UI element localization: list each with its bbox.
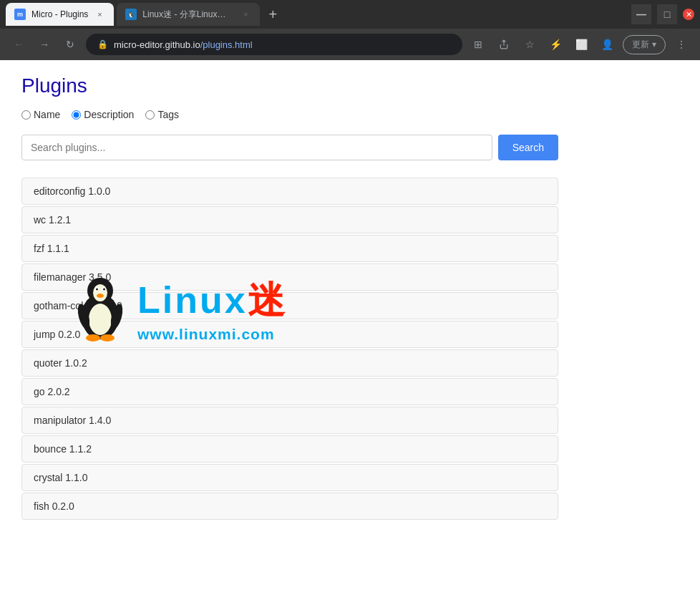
filter-description[interactable]: Description: [72, 109, 134, 120]
plugin-item[interactable]: bounce 1.1.2: [21, 435, 558, 463]
update-button[interactable]: 更新 ▾: [623, 35, 666, 54]
browser-chrome: m Micro - Plugins × 🐧 Linux迷 - 分享Linux和编…: [0, 0, 700, 60]
filter-description-radio[interactable]: [72, 110, 81, 120]
maximize-button[interactable]: □: [657, 4, 677, 24]
tab-bar: m Micro - Plugins × 🐧 Linux迷 - 分享Linux和编…: [0, 0, 700, 29]
filter-name-label: Name: [34, 109, 60, 120]
split-view-button[interactable]: ⬜: [571, 34, 591, 54]
profile-button[interactable]: 👤: [597, 34, 617, 54]
page-title: Plugins: [21, 74, 679, 97]
forward-button[interactable]: →: [34, 34, 54, 54]
plugin-item[interactable]: manipulator 1.4.0: [21, 407, 558, 434]
address-text: micro-editor.github.io/plugins.html: [114, 39, 253, 50]
plugin-list: editorconfig 1.0.0wc 1.2.1fzf 1.1.1filem…: [21, 178, 558, 520]
plugin-item[interactable]: fzf 1.1.1: [21, 235, 558, 262]
filter-name[interactable]: Name: [21, 109, 60, 120]
tab-close-micro[interactable]: ×: [94, 9, 105, 20]
plugin-item[interactable]: jump 0.2.0: [21, 321, 558, 348]
plugin-item[interactable]: quoter 1.0.2: [21, 349, 558, 377]
plugin-item[interactable]: crystal 1.1.0: [21, 464, 558, 491]
new-tab-button[interactable]: +: [263, 4, 283, 24]
filter-tags-label: Tags: [157, 109, 179, 120]
filter-tags[interactable]: Tags: [145, 109, 179, 120]
search-input[interactable]: [21, 135, 492, 160]
filter-tags-radio[interactable]: [145, 110, 155, 120]
address-input-bar[interactable]: 🔒 micro-editor.github.io/plugins.html: [86, 34, 462, 55]
plugin-item[interactable]: fish 0.2.0: [21, 493, 558, 520]
bookmark-button[interactable]: ☆: [520, 34, 540, 54]
plugin-item[interactable]: wc 1.2.1: [21, 206, 558, 233]
more-options-button[interactable]: ⋮: [671, 34, 691, 54]
reload-button[interactable]: ↻: [60, 34, 80, 54]
tab-close-linux[interactable]: ×: [240, 9, 251, 20]
update-chevron-icon: ▾: [652, 39, 656, 49]
tab-micro-plugins[interactable]: m Micro - Plugins ×: [6, 3, 114, 26]
tab-favicon-linux: 🐧: [125, 9, 137, 20]
window-controls: — □ ✕: [631, 4, 694, 24]
back-button[interactable]: ←: [9, 34, 29, 54]
close-window-button[interactable]: ✕: [683, 9, 694, 20]
filter-name-radio[interactable]: [21, 110, 31, 120]
tab-linux-mi[interactable]: 🐧 Linux迷 - 分享Linux和编程 ×: [117, 3, 260, 26]
page-content: Plugins Name Description Tags Search edi…: [0, 60, 700, 600]
filter-row: Name Description Tags: [21, 109, 679, 120]
extensions-button[interactable]: ⚡: [545, 34, 565, 54]
filter-description-label: Description: [84, 109, 134, 120]
tab-favicon-micro: m: [14, 9, 26, 20]
search-row: Search: [21, 135, 558, 160]
minimize-button[interactable]: —: [631, 4, 651, 24]
share-button[interactable]: [494, 34, 514, 54]
plugin-item[interactable]: gotham-colors 1.0.0: [21, 292, 558, 319]
tab-label-linux: Linux迷 - 分享Linux和编程: [142, 9, 234, 21]
address-bar: ← → ↻ 🔒 micro-editor.github.io/plugins.h…: [0, 29, 700, 60]
search-button[interactable]: Search: [498, 135, 558, 160]
translate-button[interactable]: ⊞: [468, 34, 488, 54]
lock-icon: 🔒: [97, 39, 108, 49]
tab-label-micro: Micro - Plugins: [31, 9, 88, 19]
plugin-item[interactable]: filemanager 3.5.0: [21, 263, 558, 291]
plugin-item[interactable]: go 2.0.2: [21, 378, 558, 405]
plugin-item[interactable]: editorconfig 1.0.0: [21, 178, 558, 205]
